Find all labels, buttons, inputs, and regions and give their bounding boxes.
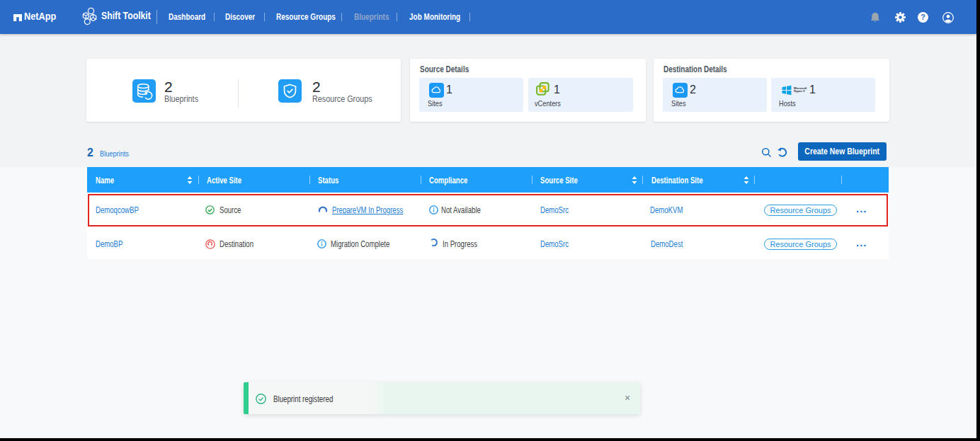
svg-text:?: ?: [921, 13, 925, 21]
